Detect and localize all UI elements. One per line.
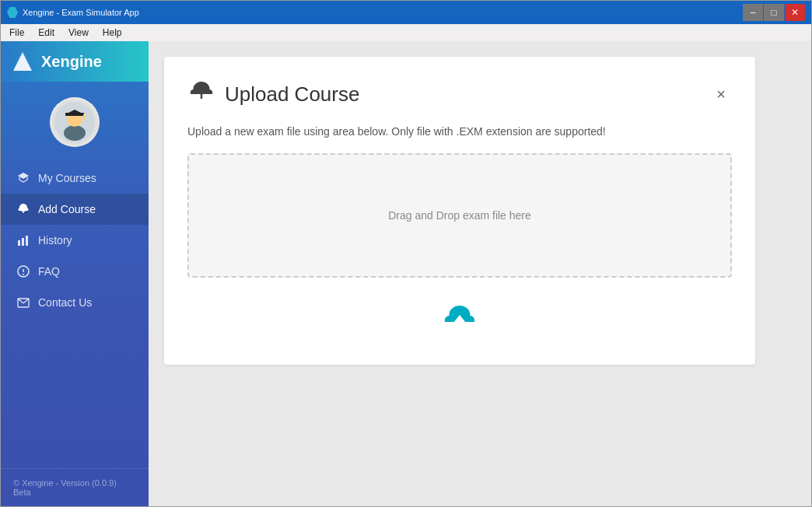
- envelope-icon: [16, 295, 30, 309]
- brand-logo: [12, 51, 33, 72]
- upload-cloud-button[interactable]: [436, 296, 483, 343]
- maximize-button[interactable]: □: [764, 4, 784, 21]
- add-course-label: Add Course: [38, 203, 96, 215]
- drop-text: Drag and Drop exam file here: [388, 209, 531, 222]
- upload-card: Upload Course × Upload a new exam file u…: [164, 57, 755, 365]
- svg-marker-0: [13, 52, 32, 71]
- title-bar: Xengine - Exam Simulator App – □ ✕: [1, 1, 811, 24]
- window-controls: – □ ✕: [743, 4, 805, 21]
- titlebar-left: Xengine - Exam Simulator App: [7, 7, 139, 18]
- close-button[interactable]: ✕: [785, 4, 805, 21]
- upload-button-area: [187, 296, 732, 343]
- menu-file[interactable]: File: [2, 24, 31, 41]
- minimize-button[interactable]: –: [743, 4, 763, 21]
- sidebar-footer: © Xengine - Version (0.0.9) Beta: [1, 468, 149, 506]
- main-content: Upload Course × Upload a new exam file u…: [149, 41, 811, 506]
- window-title: Xengine - Exam Simulator App: [23, 8, 139, 17]
- svg-rect-12: [26, 236, 28, 246]
- card-header: Upload Course ×: [187, 79, 732, 110]
- app-icon: [7, 7, 18, 18]
- card-title-area: Upload Course: [187, 79, 359, 110]
- sidebar-item-contact[interactable]: Contact Us: [1, 287, 149, 318]
- sidebar-item-faq[interactable]: FAQ: [1, 256, 149, 287]
- sidebar-item-add-course[interactable]: Add Course: [1, 194, 149, 225]
- faq-icon: [16, 264, 30, 278]
- contact-label: Contact Us: [38, 296, 92, 309]
- upload-title-icon: [187, 79, 215, 110]
- close-card-button[interactable]: ×: [710, 83, 732, 105]
- svg-point-15: [23, 274, 24, 275]
- menu-bar: File Edit View Help: [1, 24, 811, 41]
- my-courses-label: My Courses: [38, 172, 96, 184]
- navigation: My Courses Add Course: [1, 159, 149, 468]
- menu-edit[interactable]: Edit: [31, 24, 61, 41]
- svg-rect-10: [18, 240, 20, 246]
- svg-point-2: [64, 125, 86, 141]
- brand-header: Xengine: [1, 41, 149, 82]
- brand-name: Xengine: [41, 53, 102, 71]
- menu-view[interactable]: View: [61, 24, 96, 41]
- sidebar: Xengine: [1, 41, 149, 506]
- upload-description: Upload a new exam file using area below.…: [187, 125, 732, 138]
- svg-rect-11: [22, 238, 24, 246]
- sidebar-item-history[interactable]: History: [1, 225, 149, 256]
- card-title: Upload Course: [225, 82, 359, 107]
- faq-label: FAQ: [38, 265, 60, 278]
- sidebar-item-my-courses[interactable]: My Courses: [1, 163, 149, 194]
- version-text: © Xengine - Version (0.0.9) Beta: [13, 478, 117, 497]
- app-window: Xengine - Exam Simulator App – □ ✕ File …: [0, 0, 812, 507]
- add-course-icon: [16, 202, 30, 216]
- content-area: Xengine: [1, 41, 811, 506]
- history-icon: [16, 233, 30, 247]
- graduation-icon: [16, 171, 30, 185]
- avatar-section: [1, 82, 149, 159]
- svg-rect-18: [457, 321, 463, 332]
- avatar: [50, 97, 100, 147]
- drop-zone[interactable]: Drag and Drop exam file here: [187, 153, 732, 278]
- history-label: History: [38, 234, 72, 247]
- menu-help[interactable]: Help: [96, 24, 129, 41]
